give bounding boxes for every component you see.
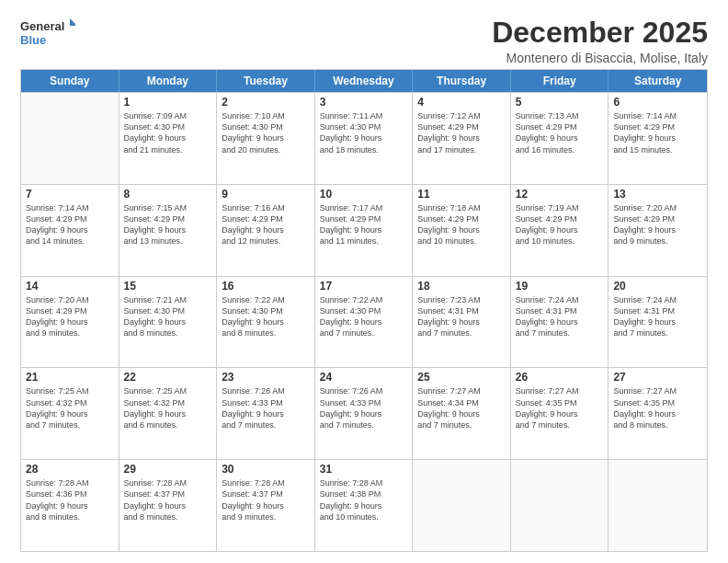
header-day-saturday: Saturday	[609, 70, 707, 92]
day-number: 10	[320, 188, 408, 201]
day-number: 25	[417, 371, 506, 384]
cal-cell	[511, 460, 609, 551]
cal-cell: 7Sunrise: 7:14 AM Sunset: 4:29 PM Daylig…	[21, 185, 119, 276]
day-number: 21	[26, 371, 114, 384]
day-info: Sunrise: 7:10 AM Sunset: 4:30 PM Dayligh…	[222, 110, 310, 155]
day-info: Sunrise: 7:28 AM Sunset: 4:37 PM Dayligh…	[222, 477, 310, 523]
day-info: Sunrise: 7:26 AM Sunset: 4:33 PM Dayligh…	[320, 385, 408, 431]
cal-cell	[21, 93, 119, 184]
header: General Blue December 2025 Montenero di …	[20, 17, 708, 65]
day-info: Sunrise: 7:27 AM Sunset: 4:35 PM Dayligh…	[613, 385, 702, 431]
calendar: SundayMondayTuesdayWednesdayThursdayFrid…	[20, 69, 708, 552]
cal-cell	[413, 460, 511, 551]
day-info: Sunrise: 7:15 AM Sunset: 4:29 PM Dayligh…	[124, 202, 212, 247]
cal-cell: 16Sunrise: 7:22 AM Sunset: 4:30 PM Dayli…	[217, 277, 315, 368]
day-number: 7	[26, 188, 114, 201]
day-info: Sunrise: 7:27 AM Sunset: 4:34 PM Dayligh…	[417, 385, 506, 431]
cal-cell: 23Sunrise: 7:26 AM Sunset: 4:33 PM Dayli…	[217, 368, 315, 459]
day-number: 3	[320, 96, 408, 109]
cal-cell: 24Sunrise: 7:26 AM Sunset: 4:33 PM Dayli…	[315, 368, 414, 459]
day-info: Sunrise: 7:12 AM Sunset: 4:29 PM Dayligh…	[417, 110, 506, 155]
page: General Blue December 2025 Montenero di …	[0, 0, 728, 563]
day-info: Sunrise: 7:28 AM Sunset: 4:37 PM Dayligh…	[124, 477, 212, 523]
day-number: 19	[516, 280, 604, 293]
day-info: Sunrise: 7:26 AM Sunset: 4:33 PM Dayligh…	[222, 385, 310, 431]
cal-cell: 25Sunrise: 7:27 AM Sunset: 4:34 PM Dayli…	[413, 368, 511, 459]
header-day-wednesday: Wednesday	[315, 70, 414, 92]
day-info: Sunrise: 7:28 AM Sunset: 4:36 PM Dayligh…	[26, 477, 114, 523]
week-row-4: 28Sunrise: 7:28 AM Sunset: 4:36 PM Dayli…	[21, 459, 707, 551]
day-number: 29	[124, 463, 212, 476]
day-number: 14	[26, 280, 114, 293]
week-row-3: 21Sunrise: 7:25 AM Sunset: 4:32 PM Dayli…	[21, 367, 707, 459]
day-info: Sunrise: 7:25 AM Sunset: 4:32 PM Dayligh…	[26, 385, 114, 431]
day-info: Sunrise: 7:27 AM Sunset: 4:35 PM Dayligh…	[516, 385, 604, 431]
cal-cell: 21Sunrise: 7:25 AM Sunset: 4:32 PM Dayli…	[21, 368, 119, 459]
day-info: Sunrise: 7:16 AM Sunset: 4:29 PM Dayligh…	[222, 202, 310, 247]
svg-marker-2	[70, 18, 75, 26]
cal-cell: 27Sunrise: 7:27 AM Sunset: 4:35 PM Dayli…	[609, 368, 707, 459]
calendar-body: 1Sunrise: 7:09 AM Sunset: 4:30 PM Daylig…	[21, 92, 707, 551]
cal-cell: 12Sunrise: 7:19 AM Sunset: 4:29 PM Dayli…	[511, 185, 609, 276]
day-info: Sunrise: 7:25 AM Sunset: 4:32 PM Dayligh…	[124, 385, 212, 431]
title-block: December 2025 Montenero di Bisaccia, Mol…	[492, 17, 708, 65]
day-number: 12	[516, 188, 604, 201]
day-info: Sunrise: 7:28 AM Sunset: 4:38 PM Dayligh…	[320, 477, 408, 523]
cal-cell: 31Sunrise: 7:28 AM Sunset: 4:38 PM Dayli…	[315, 460, 414, 551]
day-number: 28	[26, 463, 114, 476]
cal-cell: 15Sunrise: 7:21 AM Sunset: 4:30 PM Dayli…	[119, 277, 218, 368]
day-info: Sunrise: 7:21 AM Sunset: 4:30 PM Dayligh…	[124, 294, 212, 339]
day-info: Sunrise: 7:11 AM Sunset: 4:30 PM Dayligh…	[320, 110, 408, 155]
header-day-friday: Friday	[511, 70, 609, 92]
day-info: Sunrise: 7:19 AM Sunset: 4:29 PM Dayligh…	[516, 202, 604, 247]
week-row-0: 1Sunrise: 7:09 AM Sunset: 4:30 PM Daylig…	[21, 92, 707, 184]
day-info: Sunrise: 7:24 AM Sunset: 4:31 PM Dayligh…	[516, 294, 604, 339]
cal-cell: 4Sunrise: 7:12 AM Sunset: 4:29 PM Daylig…	[413, 93, 511, 184]
cal-cell: 6Sunrise: 7:14 AM Sunset: 4:29 PM Daylig…	[609, 93, 707, 184]
day-number: 27	[613, 371, 702, 384]
day-number: 26	[516, 371, 604, 384]
day-number: 17	[320, 280, 408, 293]
main-title: December 2025	[492, 17, 708, 49]
day-info: Sunrise: 7:24 AM Sunset: 4:31 PM Dayligh…	[613, 294, 702, 339]
day-info: Sunrise: 7:20 AM Sunset: 4:29 PM Dayligh…	[26, 294, 114, 339]
cal-cell: 18Sunrise: 7:23 AM Sunset: 4:31 PM Dayli…	[413, 277, 511, 368]
header-day-thursday: Thursday	[413, 70, 511, 92]
cal-cell: 10Sunrise: 7:17 AM Sunset: 4:29 PM Dayli…	[315, 185, 414, 276]
day-number: 15	[124, 280, 212, 293]
cal-cell: 26Sunrise: 7:27 AM Sunset: 4:35 PM Dayli…	[511, 368, 609, 459]
cal-cell: 14Sunrise: 7:20 AM Sunset: 4:29 PM Dayli…	[21, 277, 119, 368]
day-number: 13	[613, 188, 702, 201]
cal-cell: 20Sunrise: 7:24 AM Sunset: 4:31 PM Dayli…	[609, 277, 707, 368]
cal-cell: 22Sunrise: 7:25 AM Sunset: 4:32 PM Dayli…	[119, 368, 218, 459]
logo: General Blue	[20, 17, 75, 50]
day-number: 1	[124, 96, 212, 109]
day-info: Sunrise: 7:14 AM Sunset: 4:29 PM Dayligh…	[613, 110, 702, 155]
day-number: 23	[222, 371, 310, 384]
day-number: 4	[417, 96, 506, 109]
cal-cell: 28Sunrise: 7:28 AM Sunset: 4:36 PM Dayli…	[21, 460, 119, 551]
day-number: 11	[417, 188, 506, 201]
header-day-sunday: Sunday	[21, 70, 119, 92]
day-number: 2	[222, 96, 310, 109]
week-row-2: 14Sunrise: 7:20 AM Sunset: 4:29 PM Dayli…	[21, 276, 707, 368]
day-number: 5	[516, 96, 604, 109]
day-number: 18	[417, 280, 506, 293]
svg-text:Blue: Blue	[20, 33, 46, 47]
day-number: 20	[613, 280, 702, 293]
calendar-header: SundayMondayTuesdayWednesdayThursdayFrid…	[21, 70, 707, 92]
day-number: 9	[222, 188, 310, 201]
day-info: Sunrise: 7:14 AM Sunset: 4:29 PM Dayligh…	[26, 202, 114, 247]
cal-cell: 29Sunrise: 7:28 AM Sunset: 4:37 PM Dayli…	[119, 460, 218, 551]
day-number: 22	[124, 371, 212, 384]
day-info: Sunrise: 7:17 AM Sunset: 4:29 PM Dayligh…	[320, 202, 408, 247]
day-number: 24	[320, 371, 408, 384]
header-day-monday: Monday	[119, 70, 218, 92]
cal-cell: 3Sunrise: 7:11 AM Sunset: 4:30 PM Daylig…	[315, 93, 414, 184]
day-number: 8	[124, 188, 212, 201]
day-info: Sunrise: 7:13 AM Sunset: 4:29 PM Dayligh…	[516, 110, 604, 155]
subtitle: Montenero di Bisaccia, Molise, Italy	[492, 51, 708, 65]
cal-cell: 5Sunrise: 7:13 AM Sunset: 4:29 PM Daylig…	[511, 93, 609, 184]
week-row-1: 7Sunrise: 7:14 AM Sunset: 4:29 PM Daylig…	[21, 184, 707, 276]
day-info: Sunrise: 7:20 AM Sunset: 4:29 PM Dayligh…	[613, 202, 702, 247]
